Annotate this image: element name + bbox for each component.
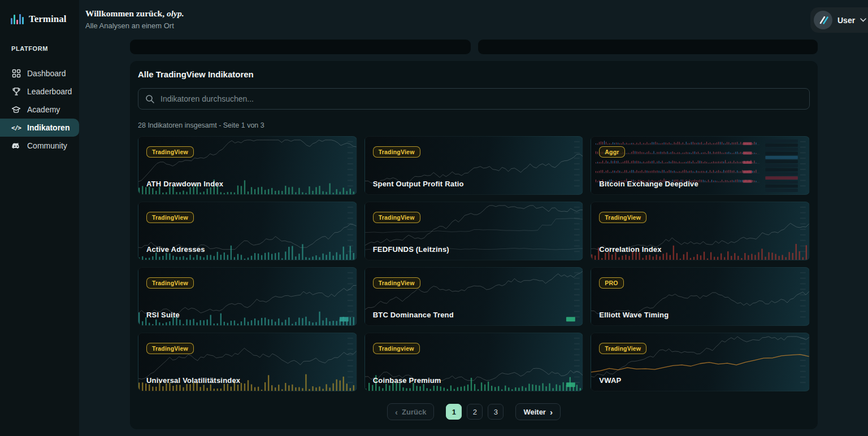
card-title: Correlation Index — [599, 245, 661, 254]
source-badge: TradingView — [146, 343, 194, 354]
avatar — [814, 11, 832, 29]
sidebar-item-indikatoren[interactable]: </> Indikatoren — [0, 119, 79, 137]
indicator-grid: TradingView ATH Drawdown Index TradingVi… — [138, 136, 810, 391]
welcome-username: olyp. — [167, 8, 184, 18]
sidebar-item-leaderboard[interactable]: Leaderboard — [0, 82, 79, 101]
card-title: Active Adresses — [146, 245, 205, 254]
pagination-page-3[interactable]: 3 — [488, 404, 504, 420]
source-badge: TradingView — [146, 146, 194, 158]
dashboard-grid-icon — [11, 69, 21, 79]
sidebar-item-label: Community — [27, 141, 67, 150]
sidebar-item-label: Indikatoren — [27, 123, 70, 132]
indicator-card-spent-output-profit-ratio[interactable]: TradingView Spent Output Profit Ratio — [364, 136, 584, 195]
indicator-card-elliott-wave-timing[interactable]: PRO Elliott Wave Timing — [591, 267, 810, 326]
indicator-card-fedfunds-leitzins[interactable]: TradingView FEDFUNDS (Leitzins) — [364, 202, 584, 260]
graduation-cap-icon — [11, 105, 21, 115]
source-badge: Aggr — [599, 146, 624, 158]
source-badge: Tradingview — [373, 343, 420, 354]
user-menu-label: User — [837, 16, 855, 25]
sidebar: Terminal PLATFORM Dashboard Leaderboard — [0, 0, 79, 436]
indicators-panel: Alle TradingView Indikatoren 28 Indikato… — [130, 61, 818, 429]
user-menu[interactable]: User — [810, 7, 868, 33]
platform-section-label: PLATFORM — [0, 26, 79, 52]
source-badge: TradingView — [599, 343, 646, 354]
card-chart-thumbnail — [591, 333, 809, 391]
source-badge: TradingView — [599, 212, 646, 223]
indicator-card-vwap[interactable]: TradingView VWAP — [591, 333, 810, 391]
partial-card-left — [130, 40, 471, 54]
indicator-card-btc-dominance-trend[interactable]: TradingView BTC Dominance Trend — [364, 267, 584, 326]
page-title: Alle TradingView Indikatoren — [138, 69, 254, 79]
partial-card-right — [478, 40, 818, 54]
card-title: Coinbase Premium — [373, 376, 441, 385]
app-name: Terminal — [29, 14, 66, 25]
chevron-down-icon — [860, 18, 866, 22]
source-badge: TradingView — [373, 146, 420, 158]
pagination-next-button[interactable]: Weiter › — [515, 403, 561, 420]
chevron-right-icon: › — [550, 408, 553, 416]
source-badge: TradingView — [146, 212, 194, 223]
welcome-title: Willkommen zurück, olyp. — [85, 8, 184, 19]
search-box — [138, 88, 810, 110]
indicator-card-ath-drawdown-index[interactable]: TradingView ATH Drawdown Index — [138, 136, 357, 195]
welcome-subtitle: Alle Analysen an einem Ort — [85, 21, 184, 30]
indicator-card-universal-volatilitaetsindex[interactable]: TradingView Universal Volatilitätsindex — [138, 333, 357, 391]
source-badge: TradingView — [146, 277, 194, 289]
search-icon — [145, 94, 155, 104]
card-title: BTC Dominance Trend — [373, 311, 454, 319]
sidebar-nav: Dashboard Leaderboard Academy </> — [0, 64, 79, 155]
code-icon: </> — [11, 123, 21, 133]
indicator-card-active-adresses[interactable]: TradingView Active Adresses — [138, 202, 357, 260]
chevron-left-icon: ‹ — [395, 408, 398, 416]
source-badge: PRO — [599, 277, 623, 289]
indicator-card-bitcoin-exchange-deepdive[interactable]: Aggr Bitcoin Exchange Deepdive — [591, 136, 810, 195]
card-title: RSI Suite — [146, 311, 180, 319]
pagination: ‹ Zurück 1 2 3 Weiter › — [130, 403, 818, 420]
sidebar-item-label: Leaderboard — [27, 87, 72, 96]
results-meta: 28 Indikatoren insgesamt - Seite 1 von 3 — [138, 121, 264, 129]
pagination-page-2[interactable]: 2 — [467, 404, 483, 420]
welcome-header: Willkommen zurück, olyp. Alle Analysen a… — [85, 8, 184, 30]
source-badge: TradingView — [373, 277, 420, 289]
sidebar-item-academy[interactable]: Academy — [0, 101, 79, 119]
pagination-next-label: Weiter — [523, 408, 546, 416]
sidebar-item-label: Academy — [27, 105, 60, 114]
pagination-prev-label: Zurück — [402, 408, 426, 416]
search-input[interactable] — [160, 94, 802, 103]
discord-icon — [11, 141, 21, 151]
card-title: ATH Drawdown Index — [146, 180, 223, 188]
indicator-card-rsi-suite[interactable]: TradingView RSI Suite — [138, 267, 357, 326]
welcome-prefix: Willkommen zurück, — [85, 8, 167, 18]
sidebar-item-label: Dashboard — [27, 69, 66, 78]
sidebar-item-community[interactable]: Community — [0, 137, 79, 155]
indicator-card-coinbase-premium[interactable]: Tradingview Coinbase Premium — [364, 333, 584, 391]
card-title: FEDFUNDS (Leitzins) — [373, 245, 449, 254]
sidebar-item-dashboard[interactable]: Dashboard — [0, 64, 79, 82]
card-title: Bitcoin Exchange Deepdive — [599, 180, 698, 188]
card-title: Universal Volatilitätsindex — [146, 376, 240, 385]
source-badge: TradingView — [373, 212, 420, 223]
card-title: VWAP — [599, 376, 621, 385]
trophy-icon — [11, 87, 21, 97]
card-title: Elliott Wave Timing — [599, 311, 669, 319]
indicator-card-correlation-index[interactable]: TradingView Correlation Index — [591, 202, 810, 260]
pagination-prev-button[interactable]: ‹ Zurück — [387, 403, 434, 420]
app-logo: Terminal — [0, 0, 79, 26]
pagination-page-1[interactable]: 1 — [446, 404, 462, 420]
logo-bars-icon — [10, 12, 24, 26]
card-title: Spent Output Profit Ratio — [373, 180, 464, 188]
